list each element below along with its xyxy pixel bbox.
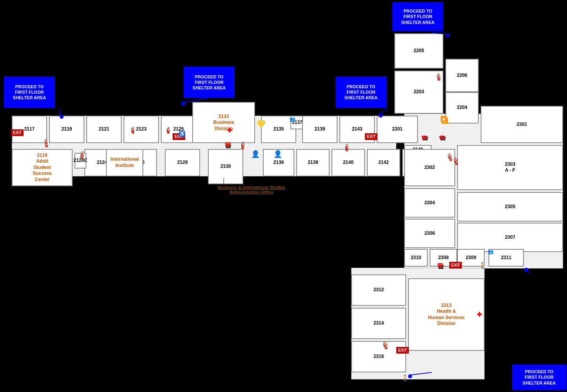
room-label-r2133: 2133 Business Division (208, 113, 239, 132)
exit-sign-exit-3: EXIT (365, 133, 377, 140)
room-label-r2142: 2142 (378, 160, 389, 166)
blue-dot-dot-3 (379, 114, 383, 118)
room-label-r2310: 2310 (411, 255, 421, 261)
room-r2307: 2307 (457, 223, 563, 252)
room-r2312: 2312 (351, 274, 406, 306)
room-label-r2312: 2312 (374, 287, 384, 293)
room-r2121: 2121 (86, 116, 122, 143)
room-r2206: 2206 (445, 59, 479, 92)
exit-sign-exit-4: EXIT (449, 262, 462, 269)
room-label-r2136: 2136 (273, 160, 284, 166)
person-icon-1: 👤 (273, 150, 282, 158)
room-label-r2118: 2118 Adult Student Success Center (27, 152, 57, 183)
access-icon-0: ♿ (179, 131, 185, 137)
room-label-r2304: 2304 (425, 200, 435, 206)
elevator-icon: 🔼 (440, 116, 447, 122)
room-r2306: 2306 (404, 219, 455, 248)
room-r2130: 2130 (208, 149, 243, 184)
room-label-r2130: 2130 (221, 163, 231, 170)
room-r2201: 2201 (377, 116, 418, 143)
fire-ext-icon-7: 🧯 (446, 153, 452, 159)
room-label-r2307: 2307 (505, 234, 516, 241)
room-r2139: 2139 (302, 116, 337, 143)
cross-icon-1: ✚ (477, 311, 482, 318)
room-r2301: 2301 (481, 106, 563, 143)
room-r2314: 2314 (351, 308, 406, 339)
room-r2205: 2205 (394, 33, 443, 69)
room-r2intl: International Institute (106, 149, 143, 176)
blue-dot-dot-2 (181, 102, 185, 106)
room-label-r2138: 2138 (308, 160, 318, 166)
room-r2310: 2310 (404, 249, 428, 267)
person-icon-0: 👤 (251, 150, 260, 158)
room-r2311: 2311 (489, 249, 524, 267)
shelter-box-shelter-3: PROCEED TO FIRST FLOOR SHELTER AREA (335, 76, 387, 108)
fire-ext-icon-9: 🧯 (381, 341, 388, 347)
room-label-r2313: 2313 Health & Human Services Division (428, 302, 465, 327)
fire-ext-icon-6: 🧯 (435, 73, 441, 79)
room-r2305: 2305 (457, 192, 563, 221)
blue-dot-dot-4 (446, 33, 450, 37)
fire-ext-icon-3: 🧯 (79, 151, 86, 157)
room-label-r2311: 2311 (501, 255, 512, 261)
room-r2118: 2118 Adult Student Success Center (12, 149, 73, 186)
room-r2140: 2140 (332, 149, 365, 176)
room-label-r2206: 2206 (457, 73, 467, 79)
room-label-r2302: 2302 (425, 165, 435, 171)
room-label-r2135: 2135 (273, 126, 284, 132)
blue-dot-dot-5 (524, 268, 528, 272)
fire-ext-icon-0: 🧯 (129, 127, 136, 132)
crowd-icon-0: 👥 (290, 116, 295, 122)
exit-sign-exit-5: EXIT (396, 347, 409, 354)
room-r2142: 2142 (367, 149, 400, 176)
room-r2303: 2303 A - F (457, 145, 563, 190)
room-label-r2128: 2128 (177, 160, 188, 166)
room-label-r2140: 2140 (343, 160, 354, 166)
room-label-r2201: 2201 (392, 126, 403, 132)
room-label-r2316: 2316 (374, 354, 384, 360)
room-label-r2119: 2119 (62, 126, 72, 132)
aed-icon: 💛 (257, 120, 265, 128)
cross-icon-0: ✚ (227, 127, 232, 134)
room-label-r2205: 2205 (414, 48, 424, 54)
admin-office-label: Business & International Studies Adminis… (218, 185, 285, 194)
exit-sign-exit-1: EXIT (11, 129, 24, 136)
room-r2204: 2204 (445, 92, 479, 123)
shelter-box-shelter-5: PROCEED TO FIRST FLOOR SHELTER AREA (512, 365, 566, 390)
fire-ext-icon-1: 🧯 (165, 127, 171, 132)
room-label-r2301: 2301 (517, 122, 527, 128)
room-r2316: 2316 (351, 341, 406, 372)
crowd-icon-1: 👥 (488, 249, 494, 254)
shelter-box-shelter-1: PROCEED TO FIRST FLOOR SHELTER AREA (4, 76, 55, 108)
fire-ext-icon-8: 🧯 (452, 157, 458, 163)
room-label-r2204: 2204 (457, 105, 467, 111)
room-label-r2306: 2306 (425, 230, 435, 237)
phone-icon-1: ☎ (421, 134, 428, 141)
room-label-r2117: 2117 (24, 126, 35, 132)
room-r2133: 2133 Business Division (192, 102, 255, 143)
floor-plan: 21172118 Adult Student Success Center211… (0, 0, 567, 392)
fire-ext-icon-4: 🧯 (240, 141, 246, 147)
room-label-r2139: 2139 (315, 126, 325, 132)
room-r2123: 2123 (124, 116, 159, 143)
room-label-r2intl: International Institute (110, 156, 139, 169)
shelter-box-shelter-2: PROCEED TO FIRST FLOOR SHELTER AREA (184, 67, 235, 98)
room-r2119: 2119 (49, 116, 84, 143)
stair-icon-1: 🚶 (401, 374, 409, 382)
room-label-r2123: 2123 (136, 126, 147, 132)
room-r2313: 2313 Health & Human Services Division (408, 278, 485, 351)
room-label-r2121: 2121 (99, 126, 109, 132)
stair-icon-0: 🚶 (479, 262, 487, 269)
room-label-r2314: 2314 (374, 320, 384, 327)
phone-icon-3: ☎ (437, 262, 443, 268)
fire-ext-icon-2: 🧯 (43, 138, 49, 144)
room-r2304: 2304 (404, 188, 455, 218)
phone-icon-0: ☎ (224, 141, 231, 147)
room-label-r2303: 2303 A - F (505, 162, 516, 174)
phone-icon-2: ☎ (439, 134, 445, 141)
blue-dot-dot-1 (60, 115, 64, 119)
fire-ext-icon-5: 🧯 (344, 143, 350, 149)
room-r2128: 2128 (165, 149, 200, 176)
room-label-r2305: 2305 (505, 204, 516, 210)
room-label-r2143: 2143 (352, 126, 363, 132)
